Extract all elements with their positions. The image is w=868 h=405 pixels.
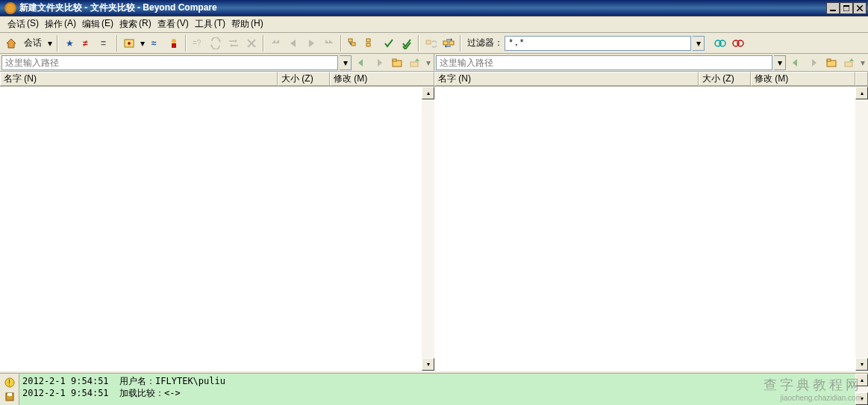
svg-marker-25 bbox=[325, 40, 329, 43]
menu-view[interactable]: 查看(V) bbox=[154, 16, 192, 32]
left-path-input[interactable] bbox=[1, 55, 338, 70]
scroll-down-button[interactable]: ▾ bbox=[855, 358, 868, 371]
maximize-button[interactable] bbox=[840, 2, 853, 14]
left-up-button[interactable] bbox=[407, 55, 423, 71]
save-icon bbox=[4, 392, 15, 402]
right-scrollbar[interactable]: ▴ ▾ bbox=[855, 87, 868, 371]
compare-equals-button[interactable]: =? bbox=[190, 35, 206, 52]
svg-marker-48 bbox=[793, 59, 797, 67]
right-path-dropdown[interactable]: ▾ bbox=[774, 55, 786, 70]
swap-button[interactable] bbox=[440, 35, 457, 52]
filter-dropdown[interactable]: ▾ bbox=[693, 36, 705, 51]
column-headers: 名字 (N) 大小 (Z) 修改 (M) 名字 (N) 大小 (Z) 修改 (M… bbox=[0, 72, 868, 87]
show-struct-button[interactable] bbox=[121, 35, 137, 52]
left-col-modified[interactable]: 修改 (M) bbox=[330, 72, 434, 86]
scroll-down-button[interactable]: ▾ bbox=[855, 392, 868, 405]
right-back-button[interactable] bbox=[787, 55, 804, 71]
close-button[interactable] bbox=[853, 2, 867, 14]
right-up-button[interactable] bbox=[841, 55, 858, 71]
exchange-button[interactable] bbox=[225, 35, 242, 52]
minimize-button[interactable] bbox=[826, 2, 840, 14]
copy-left-all-button[interactable] bbox=[267, 35, 284, 52]
show-struct-dropdown[interactable]: ▾ bbox=[139, 38, 146, 49]
home-button[interactable] bbox=[3, 35, 19, 52]
session-label: 会话 bbox=[21, 37, 45, 49]
menu-search[interactable]: 搜索(R) bbox=[116, 16, 154, 32]
menu-edit[interactable]: 编辑(E) bbox=[79, 16, 116, 32]
right-browse-button[interactable] bbox=[823, 55, 840, 71]
menu-operate[interactable]: 操作(A) bbox=[42, 16, 79, 32]
left-scrollbar[interactable]: ▴ ▾ bbox=[422, 87, 434, 371]
left-path-dropdown[interactable]: ▾ bbox=[340, 55, 352, 70]
scroll-down-button[interactable]: ▾ bbox=[422, 358, 434, 371]
svg-marker-22 bbox=[275, 40, 279, 43]
expand-all-button[interactable] bbox=[345, 35, 361, 52]
right-col-name[interactable]: 名字 (N) bbox=[434, 72, 699, 86]
svg-marker-15 bbox=[219, 40, 221, 43]
menu-help[interactable]: 帮助(H) bbox=[228, 16, 266, 32]
left-back-button[interactable] bbox=[353, 55, 369, 71]
select-files-button[interactable] bbox=[399, 35, 415, 52]
menubar: 会话(S) 操作(A) 编辑(E) 搜索(R) 查看(V) 工具(T) 帮助(H… bbox=[0, 16, 868, 33]
scroll-track[interactable] bbox=[422, 99, 434, 358]
svg-text:≈: ≈ bbox=[152, 38, 157, 49]
right-forward-button[interactable] bbox=[805, 55, 822, 71]
left-col-size[interactable]: 大小 (Z) bbox=[278, 72, 330, 86]
svg-rect-13 bbox=[172, 43, 176, 48]
ignore-unimportant-button[interactable]: ≈ bbox=[148, 35, 164, 52]
right-col-modified[interactable]: 修改 (M) bbox=[751, 72, 855, 86]
show-diff-button[interactable]: ≠ bbox=[79, 35, 96, 52]
log-panel: ! 2012-2-1 9:54:51 用户名：IFLYTEK\puliu 201… bbox=[0, 374, 868, 405]
svg-marker-23 bbox=[290, 40, 296, 47]
log-line: 2012-2-1 9:54:51 加载比较：<-> bbox=[22, 387, 852, 399]
refresh-button[interactable] bbox=[422, 35, 439, 52]
scroll-up-button[interactable]: ▴ bbox=[855, 87, 868, 99]
svg-rect-28 bbox=[352, 43, 355, 46]
left-up-dropdown[interactable]: ▾ bbox=[425, 58, 432, 68]
log-lines[interactable]: 2012-2-1 9:54:51 用户名：IFLYTEK\puliu 2012-… bbox=[19, 374, 855, 405]
left-file-list[interactable] bbox=[0, 87, 422, 371]
svg-text:≠: ≠ bbox=[83, 38, 88, 49]
scroll-track[interactable] bbox=[855, 386, 868, 392]
menu-session[interactable]: 会话(S) bbox=[4, 16, 42, 32]
svg-marker-26 bbox=[329, 40, 333, 43]
svg-rect-46 bbox=[410, 62, 418, 67]
svg-rect-0 bbox=[830, 10, 836, 11]
left-browse-button[interactable] bbox=[389, 55, 405, 71]
svg-rect-31 bbox=[366, 39, 370, 42]
suppress-filters-button[interactable] bbox=[730, 35, 746, 52]
rules-button[interactable] bbox=[166, 35, 182, 52]
menu-tools[interactable]: 工具(T) bbox=[192, 16, 228, 32]
svg-rect-34 bbox=[443, 41, 448, 45]
svg-point-12 bbox=[172, 39, 176, 43]
left-forward-button[interactable] bbox=[371, 55, 387, 71]
scroll-corner bbox=[855, 72, 868, 86]
scroll-up-button[interactable]: ▴ bbox=[855, 374, 868, 386]
session-dropdown[interactable]: ▾ bbox=[46, 38, 54, 49]
select-all-button[interactable] bbox=[381, 35, 397, 52]
svg-rect-52 bbox=[845, 62, 852, 67]
scroll-track[interactable] bbox=[855, 99, 868, 358]
toggle-filters-button[interactable] bbox=[712, 35, 728, 52]
copy-right-all-button[interactable] bbox=[321, 35, 337, 52]
show-all-button[interactable]: ★ bbox=[61, 35, 78, 52]
svg-point-10 bbox=[128, 42, 131, 45]
svg-marker-24 bbox=[309, 40, 314, 47]
left-col-name[interactable]: 名字 (N) bbox=[0, 72, 278, 86]
collapse-all-button[interactable] bbox=[363, 35, 379, 52]
titlebar: 新建文件夹比较 - 文件夹比较 - Beyond Compare bbox=[0, 0, 868, 16]
right-col-size[interactable]: 大小 (Z) bbox=[699, 72, 751, 86]
copy-right-button[interactable] bbox=[303, 35, 319, 52]
right-file-list[interactable] bbox=[434, 87, 855, 371]
scroll-up-button[interactable]: ▴ bbox=[422, 87, 434, 99]
svg-point-41 bbox=[737, 40, 743, 46]
log-scrollbar[interactable]: ▴ ▾ bbox=[855, 374, 868, 405]
right-path-input[interactable] bbox=[436, 55, 772, 70]
delete-button[interactable] bbox=[243, 35, 260, 52]
filter-input[interactable] bbox=[505, 36, 691, 51]
svg-rect-2 bbox=[843, 5, 849, 7]
right-up-dropdown[interactable]: ▾ bbox=[859, 58, 867, 68]
show-same-button[interactable]: = bbox=[97, 35, 113, 52]
copy-left-button[interactable] bbox=[285, 35, 302, 52]
sync-button[interactable] bbox=[207, 35, 224, 52]
